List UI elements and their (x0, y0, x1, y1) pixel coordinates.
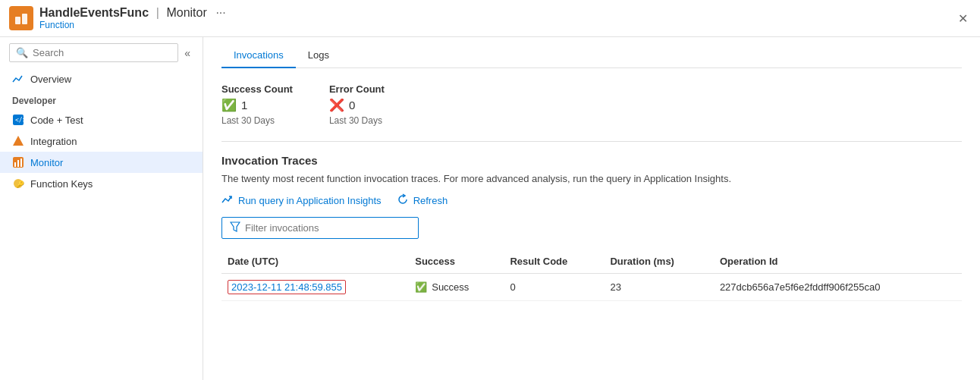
invocation-traces-section: Invocation Traces The twenty most recent… (221, 154, 962, 301)
filter-icon (230, 221, 240, 234)
cell-duration: 23 (604, 274, 713, 301)
col-duration: Duration (ms) (604, 251, 713, 274)
title-sub: Function (39, 20, 226, 30)
sidebar-item-integration[interactable]: Integration (0, 130, 203, 152)
integration-icon (12, 135, 24, 147)
run-query-icon (221, 193, 234, 208)
search-input[interactable] (33, 47, 171, 58)
function-keys-icon: 🔑 (12, 177, 24, 190)
row-success-label: Success (432, 281, 469, 293)
svg-text:🔑: 🔑 (16, 180, 24, 189)
col-date: Date (UTC) (221, 251, 409, 274)
cell-success: ✅ Success (409, 274, 504, 301)
svg-rect-0 (15, 17, 20, 24)
cell-operation-id: 227dcb656a7e5f6e2fddff906f255ca0 (714, 274, 962, 301)
metric-success-count: Success Count ✅ 1 Last 30 Days (221, 83, 293, 126)
svg-rect-8 (20, 159, 22, 167)
sidebar-item-monitor[interactable]: Monitor (0, 152, 203, 173)
error-count-icon: ❌ (329, 98, 344, 112)
main-content: Invocations Logs Success Count ✅ 1 Last … (203, 37, 980, 380)
app-title-group: HandleEventsFunc | Monitor ··· Function (39, 6, 226, 30)
title-bar: HandleEventsFunc | Monitor ··· Function … (0, 0, 980, 37)
table-header: Date (UTC) Success Result Code Duration … (221, 251, 962, 274)
close-button[interactable]: ✕ (955, 8, 971, 29)
table-body: 2023-12-11 21:48:59.855 ✅ Success 0 23 2… (221, 274, 962, 301)
svg-marker-11 (231, 222, 240, 231)
monitor-icon (12, 156, 24, 168)
title-dots[interactable]: ··· (215, 6, 225, 19)
divider (221, 141, 962, 142)
filter-box[interactable] (221, 217, 419, 239)
tabs-bar: Invocations Logs (221, 37, 962, 68)
section-description: The twenty most recent function invocati… (221, 173, 962, 184)
search-icon: 🔍 (16, 47, 28, 58)
svg-rect-7 (17, 160, 19, 167)
search-box[interactable]: 🔍 (9, 43, 178, 62)
sidebar-item-code-test[interactable]: </> Code + Test (0, 109, 203, 130)
invocations-table: Date (UTC) Success Result Code Duration … (221, 251, 962, 301)
row-success-icon: ✅ (415, 281, 427, 293)
run-query-button[interactable]: Run query in Application Insights (221, 193, 382, 208)
developer-section-label: Developer (0, 90, 203, 109)
cell-result-code: 0 (504, 274, 604, 301)
date-link[interactable]: 2023-12-11 21:48:59.855 (228, 280, 346, 294)
tab-logs[interactable]: Logs (296, 43, 341, 68)
sidebar-item-function-keys[interactable]: 🔑 Function Keys (0, 173, 203, 194)
refresh-icon (397, 193, 409, 208)
toolbar: Run query in Application Insights Refres… (221, 193, 962, 208)
error-count-value: 0 (349, 99, 355, 111)
main-layout: 🔍 « Overview Developer </> Code + Test (0, 37, 980, 380)
col-success: Success (409, 251, 504, 274)
sidebar: 🔍 « Overview Developer </> Code + Test (0, 37, 203, 380)
overview-icon (12, 73, 24, 85)
cell-date[interactable]: 2023-12-11 21:48:59.855 (221, 274, 409, 301)
tab-invocations[interactable]: Invocations (221, 43, 296, 68)
title-left: HandleEventsFunc | Monitor ··· Function (9, 6, 226, 30)
app-title: HandleEventsFunc | Monitor ··· (39, 6, 226, 20)
success-count-sub: Last 30 Days (221, 115, 293, 126)
col-result-code: Result Code (504, 251, 604, 274)
filter-input[interactable] (245, 222, 410, 234)
refresh-button[interactable]: Refresh (397, 193, 448, 208)
col-operation-id: Operation Id (714, 251, 962, 274)
success-count-value: 1 (241, 99, 247, 111)
sidebar-item-overview[interactable]: Overview (0, 68, 203, 90)
metrics-row: Success Count ✅ 1 Last 30 Days Error Cou… (221, 83, 962, 126)
metric-error-count: Error Count ❌ 0 Last 30 Days (329, 83, 385, 126)
svg-rect-1 (22, 14, 27, 24)
svg-rect-6 (14, 162, 16, 167)
section-title: Invocation Traces (221, 154, 962, 167)
code-test-icon: </> (12, 114, 24, 126)
collapse-button[interactable]: « (184, 47, 190, 59)
table-row: 2023-12-11 21:48:59.855 ✅ Success 0 23 2… (221, 274, 962, 301)
success-count-icon: ✅ (221, 98, 237, 112)
error-count-sub: Last 30 Days (329, 115, 385, 126)
svg-marker-4 (13, 136, 24, 146)
svg-text:</>: </> (15, 117, 24, 124)
app-icon (9, 6, 33, 30)
